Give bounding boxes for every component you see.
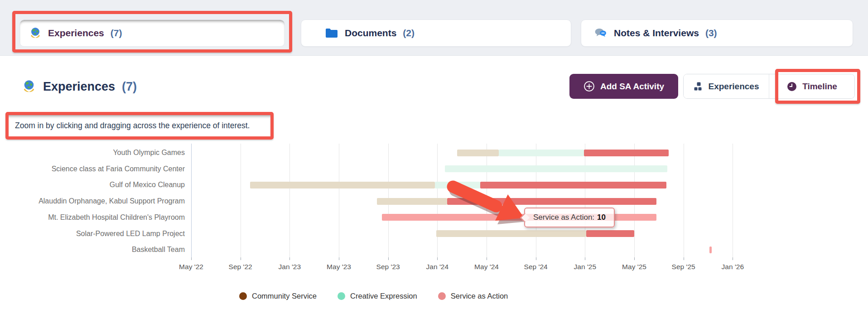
legend-label: Service as Action [451, 292, 508, 300]
tab-count: (2) [403, 28, 415, 39]
x-axis-tick [536, 257, 536, 260]
x-tick-label: Jan '25 [563, 263, 607, 271]
gantt-bar-segment[interactable] [499, 150, 583, 156]
gantt-bar-segment[interactable] [586, 230, 634, 237]
legend-dot [239, 292, 247, 300]
grid-line [289, 144, 290, 257]
row-label: Basketball Team [0, 245, 185, 255]
folder-icon [325, 27, 338, 39]
tab-notes-interviews[interactable]: Notes & Interviews (3) [581, 19, 853, 47]
sitemap-icon [694, 82, 704, 92]
page-title-text: Experiences [43, 80, 115, 94]
x-tick-label: May '24 [465, 263, 508, 271]
timeline-chart: May '22Sep '22Jan '23May '23Sep '23Jan '… [0, 140, 868, 319]
x-tick-label: Sep '22 [219, 263, 262, 271]
clock-icon [786, 81, 797, 92]
row-label: Youth Olympic Games [0, 148, 185, 158]
x-axis-tick [191, 257, 192, 260]
x-tick-label: Jan '26 [711, 263, 754, 271]
grid-line [339, 144, 339, 257]
x-tick-label: Jan '23 [268, 263, 311, 271]
page-title: Experiences (7) [22, 74, 137, 99]
page-title-count: (7) [122, 80, 137, 94]
experiences-page: Experiences (7) Documents (2) [0, 0, 868, 319]
gantt-bar-segment[interactable] [382, 214, 656, 221]
gantt-bar-segment[interactable] [250, 182, 435, 188]
x-axis-tick [684, 257, 684, 260]
zoom-hint-text: Zoom in by clicking and dragging across … [15, 121, 250, 130]
timeline-view-button[interactable]: Timeline [769, 74, 854, 98]
gantt-bar-segment[interactable] [445, 165, 668, 172]
tab-label: Documents [345, 28, 396, 39]
gantt-bar-segment[interactable] [436, 230, 586, 237]
gantt-bar-segment[interactable] [457, 150, 499, 156]
legend-dot [438, 292, 446, 300]
row-label: Alauddin Orphanage, Kabul Support Progra… [0, 196, 185, 206]
tab-experiences[interactable]: Experiences (7) [19, 19, 285, 47]
view-switcher: Experiences Timeline [683, 74, 855, 99]
chart-tooltip: Service as Action: 10 [524, 208, 615, 227]
tab-count: (7) [111, 28, 122, 39]
legend-label: Creative Expression [350, 292, 417, 300]
row-label: Science class at Faria Community Center [0, 164, 185, 174]
x-tick-label: May '22 [169, 263, 213, 271]
x-tick-label: Sep '23 [366, 263, 410, 271]
gantt-bar-segment[interactable] [480, 182, 666, 188]
x-tick-label: May '25 [612, 263, 656, 271]
x-tick-label: May '23 [317, 263, 361, 271]
add-button-label: Add SA Activity [600, 82, 664, 92]
legend-label: Community Service [252, 292, 317, 300]
tab-label: Notes & Interviews [614, 28, 699, 39]
x-tick-label: Jan '24 [415, 263, 459, 271]
tab-label: Experiences [48, 28, 104, 39]
row-label: Gulf of Mexico Cleanup [0, 180, 185, 190]
tooltip-value: 10 [597, 213, 606, 222]
gantt-bar-segment[interactable] [447, 198, 656, 205]
globe-in-hands-icon [29, 27, 42, 39]
x-axis-tick [487, 257, 487, 260]
x-axis-tick [585, 257, 585, 260]
timeline-view-label: Timeline [802, 82, 837, 92]
experiences-view-button[interactable]: Experiences [684, 74, 769, 98]
gantt-bar-segment[interactable] [709, 246, 712, 253]
x-axis-tick [634, 257, 635, 260]
legend-dot [338, 292, 345, 300]
row-label: Mt. Elizabeth Hospital Children's Playro… [0, 213, 185, 222]
gantt-bar-segment[interactable] [435, 182, 481, 188]
gantt-bar-segment[interactable] [377, 198, 447, 205]
x-tick-label: Sep '25 [662, 263, 705, 271]
grid-line [733, 144, 733, 257]
row-label: Solar-Powered LED Lamp Project [0, 229, 185, 239]
add-sa-activity-button[interactable]: Add SA Activity [569, 74, 678, 99]
legend-item[interactable]: Service as Action [438, 292, 508, 300]
x-axis-tick [437, 257, 438, 260]
legend-item[interactable]: Community Service [239, 292, 317, 300]
globe-in-hands-icon [22, 79, 36, 94]
tab-bar: Experiences (7) Documents (2) [0, 0, 868, 56]
grid-line [191, 144, 192, 257]
x-axis-tick [733, 257, 733, 260]
tab-documents[interactable]: Documents (2) [301, 19, 571, 47]
tab-count: (3) [705, 28, 717, 39]
x-axis-tick [289, 257, 290, 260]
x-axis-tick [388, 257, 389, 260]
chat-bubbles-icon [594, 27, 608, 39]
tooltip-label: Service as Action: [533, 213, 594, 222]
gantt-bar-segment[interactable] [584, 150, 669, 156]
plus-circle-icon [583, 81, 595, 92]
legend-item[interactable]: Creative Expression [338, 292, 417, 300]
zoom-hint: Zoom in by clicking and dragging across … [9, 115, 270, 136]
x-tick-label: Sep '24 [514, 263, 558, 271]
x-axis-tick [339, 257, 339, 260]
experiences-view-label: Experiences [709, 82, 759, 92]
grid-line [684, 144, 684, 257]
chart-legend: Community ServiceCreative ExpressionServ… [239, 292, 508, 300]
x-axis-tick [241, 257, 241, 260]
grid-line [241, 144, 241, 257]
